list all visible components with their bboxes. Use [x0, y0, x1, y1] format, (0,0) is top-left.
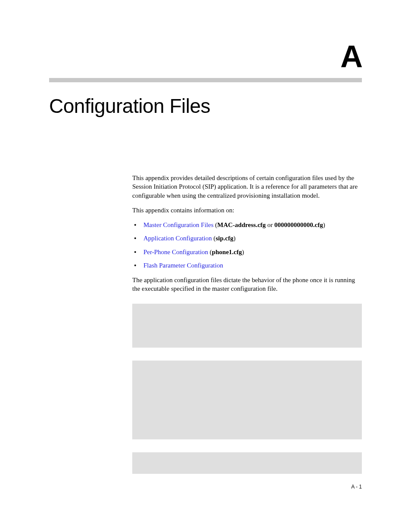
list-item: Master Configuration Files (MAC-address.…: [132, 221, 362, 229]
link-flash-parameter-config[interactable]: Flash Parameter Configuration: [143, 262, 223, 269]
list-item-bold: phone1.cfg: [212, 249, 242, 255]
body-content: This appendix provides detailed descript…: [132, 174, 362, 293]
link-per-phone-config[interactable]: Per-Phone Configuration: [143, 249, 208, 255]
list-item-text: ): [242, 249, 244, 255]
list-item: Flash Parameter Configuration: [132, 261, 362, 270]
intro-paragraph: This appendix provides detailed descript…: [132, 174, 362, 200]
list-item-text: ): [323, 221, 325, 228]
topic-list: Master Configuration Files (MAC-address.…: [132, 221, 362, 270]
list-item-bold: MAC-address.cfg: [217, 221, 266, 228]
content-block: [132, 452, 362, 474]
content-block: [132, 361, 362, 439]
list-item-text: or: [266, 221, 274, 228]
list-item-text: (: [213, 221, 217, 228]
header-rule: [49, 78, 362, 82]
document-page: A Configuration Files This appendix prov…: [0, 0, 411, 532]
page-number: A - 1: [351, 484, 362, 490]
list-item: Application Configuration (sip.cfg): [132, 234, 362, 243]
link-master-config[interactable]: Master Configuration Files: [143, 221, 213, 228]
chapter-title: Configuration Files: [49, 94, 362, 118]
link-application-config[interactable]: Application Configuration: [143, 235, 212, 242]
list-item-bold: 000000000000.cfg: [274, 221, 323, 228]
list-item-bold: sip.cfg: [215, 235, 233, 242]
list-item-text: ): [234, 235, 236, 242]
content-block: [132, 304, 362, 348]
list-item-text: (: [208, 249, 212, 255]
list-item: Per-Phone Configuration (phone1.cfg): [132, 248, 362, 256]
appendix-letter: A: [49, 41, 362, 72]
lead-in-paragraph: This appendix contains information on:: [132, 206, 362, 215]
tail-paragraph: The application configuration files dict…: [132, 276, 362, 293]
